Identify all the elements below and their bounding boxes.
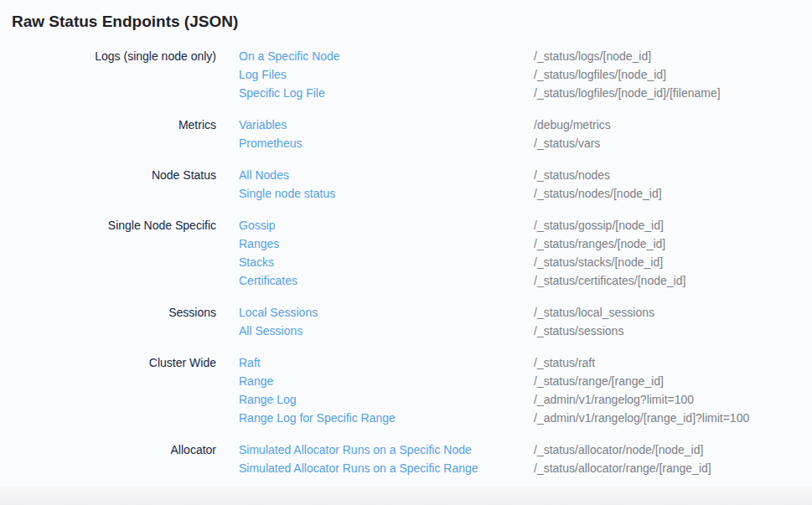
endpoint-link[interactable]: Ranges <box>239 237 279 250</box>
endpoint-path: /_status/allocator/range/[range_id] <box>534 459 800 477</box>
endpoint-link[interactable]: All Nodes <box>239 168 289 182</box>
endpoint-path: /_status/sessions <box>534 322 800 340</box>
endpoint-path: /_status/gossip/[node_id] <box>534 216 800 234</box>
endpoint-link[interactable]: Prometheus <box>239 137 302 150</box>
endpoint-link-cell: All Sessions <box>239 322 534 340</box>
endpoint-row: AllocatorSimulated Allocator Runs on a S… <box>12 441 800 459</box>
endpoint-link-cell: Prometheus <box>239 134 534 152</box>
endpoint-link[interactable]: Range Log for Specific Range <box>239 411 396 425</box>
endpoint-row: Single Node SpecificGossip/_status/gossi… <box>12 216 800 234</box>
endpoint-path: /_status/vars <box>534 134 800 152</box>
endpoint-row: Logs (single node only)On a Specific Nod… <box>12 47 800 65</box>
endpoint-row: Range Log/_admin/v1/rangelog?limit=100 <box>12 390 800 409</box>
endpoint-link[interactable]: Variables <box>239 118 287 131</box>
endpoint-link[interactable]: Certificates <box>239 274 297 287</box>
endpoints-page: Raw Status Endpoints (JSON) Logs (single… <box>0 0 812 477</box>
endpoint-row: Prometheus/_status/vars <box>12 134 800 152</box>
endpoint-path: /_admin/v1/rangelog/[range_id]?limit=100 <box>534 409 800 427</box>
endpoint-row: Cluster WideRaft/_status/raft <box>12 353 800 372</box>
endpoint-row: Single node status/_status/nodes/[node_i… <box>12 184 800 203</box>
endpoint-row: Range Log for Specific Range/_admin/v1/r… <box>12 409 800 427</box>
endpoint-path: /_status/nodes/[node_id] <box>534 184 800 203</box>
endpoint-link[interactable]: Simulated Allocator Runs on a Specific N… <box>239 443 472 456</box>
endpoint-link[interactable]: Specific Log File <box>239 86 325 100</box>
endpoint-path: /_status/ranges/[node_id] <box>534 234 800 253</box>
endpoint-link-cell: Log Files <box>239 65 534 84</box>
endpoint-category-label: Sessions <box>12 303 216 322</box>
endpoint-row: SessionsLocal Sessions/_status/local_ses… <box>12 303 800 322</box>
endpoint-link[interactable]: Raft <box>239 356 261 369</box>
endpoint-link-cell: Raft <box>239 353 534 372</box>
endpoint-groups: Logs (single node only)On a Specific Nod… <box>12 47 800 477</box>
endpoint-link[interactable]: Range <box>239 374 273 388</box>
page-footer-strip <box>0 487 812 505</box>
endpoint-row: Range/_status/range/[range_id] <box>12 372 800 390</box>
endpoint-link[interactable]: On a Specific Node <box>239 49 340 63</box>
endpoint-link[interactable]: All Sessions <box>239 324 303 338</box>
endpoint-link-cell: Range Log for Specific Range <box>239 409 534 427</box>
endpoint-link-cell: Certificates <box>239 271 534 290</box>
endpoint-path: /_status/logfiles/[node_id] <box>534 65 800 84</box>
endpoint-path: /_status/nodes <box>534 166 800 184</box>
endpoint-link[interactable]: Stacks <box>239 255 274 269</box>
endpoint-link-cell: Ranges <box>239 234 534 253</box>
endpoint-link-cell: Stacks <box>239 253 534 271</box>
endpoint-category-label: Allocator <box>12 441 216 459</box>
endpoint-path: /debug/metrics <box>534 116 800 134</box>
endpoint-row: MetricsVariables/debug/metrics <box>12 116 800 134</box>
endpoint-row: Ranges/_status/ranges/[node_id] <box>12 234 800 253</box>
endpoint-category-label: Logs (single node only) <box>12 47 216 65</box>
endpoint-link[interactable]: Local Sessions <box>239 306 318 319</box>
endpoint-row: Stacks/_status/stacks/[node_id] <box>12 253 800 271</box>
endpoint-link[interactable]: Simulated Allocator Runs on a Specific R… <box>239 461 478 475</box>
endpoint-path: /_status/stacks/[node_id] <box>534 253 800 271</box>
endpoint-path: /_status/certificates/[node_id] <box>534 271 800 290</box>
endpoint-row: Certificates/_status/certificates/[node_… <box>12 271 800 290</box>
endpoint-link-cell: Variables <box>239 116 534 134</box>
endpoint-link[interactable]: Log Files <box>239 68 287 81</box>
endpoint-row: All Sessions/_status/sessions <box>12 322 800 340</box>
endpoint-link-cell: Single node status <box>239 184 534 203</box>
endpoint-row: Log Files/_status/logfiles/[node_id] <box>12 65 800 84</box>
endpoint-link-cell: Local Sessions <box>239 303 534 322</box>
endpoint-link-cell: Gossip <box>239 216 534 234</box>
endpoint-link-cell: Simulated Allocator Runs on a Specific N… <box>239 441 534 459</box>
endpoint-path: /_status/logfiles/[node_id]/[filename] <box>534 84 800 102</box>
endpoint-path: /_status/local_sessions <box>534 303 800 322</box>
endpoint-path: /_status/allocator/node/[node_id] <box>534 441 800 459</box>
endpoint-row: Simulated Allocator Runs on a Specific R… <box>12 459 800 477</box>
endpoint-link-cell: All Nodes <box>239 166 534 184</box>
endpoint-category-label: Single Node Specific <box>12 216 216 234</box>
endpoint-link-cell: On a Specific Node <box>239 47 534 65</box>
endpoint-row: Specific Log File/_status/logfiles/[node… <box>12 84 800 102</box>
endpoint-group: MetricsVariables/debug/metricsPrometheus… <box>12 116 800 152</box>
endpoint-group: Logs (single node only)On a Specific Nod… <box>12 47 800 102</box>
endpoint-group: Single Node SpecificGossip/_status/gossi… <box>12 216 800 290</box>
endpoint-row: Node StatusAll Nodes/_status/nodes <box>12 166 800 184</box>
endpoint-group: Cluster WideRaft/_status/raftRange/_stat… <box>12 353 800 427</box>
endpoint-group: AllocatorSimulated Allocator Runs on a S… <box>12 441 800 477</box>
endpoint-link[interactable]: Gossip <box>239 219 276 232</box>
endpoint-link[interactable]: Range Log <box>239 393 297 406</box>
endpoint-category-label: Metrics <box>12 116 216 134</box>
endpoint-link-cell: Range Log <box>239 390 534 409</box>
page-title: Raw Status Endpoints (JSON) <box>12 11 800 33</box>
endpoint-link-cell: Specific Log File <box>239 84 534 102</box>
endpoint-path: /_status/raft <box>534 353 800 372</box>
endpoint-path: /_admin/v1/rangelog?limit=100 <box>534 390 800 409</box>
endpoint-link-cell: Range <box>239 372 534 390</box>
endpoint-category-label: Node Status <box>12 166 216 184</box>
endpoint-path: /_status/range/[range_id] <box>534 372 800 390</box>
endpoint-group: Node StatusAll Nodes/_status/nodesSingle… <box>12 166 800 203</box>
endpoint-category-label: Cluster Wide <box>12 353 216 372</box>
endpoint-link[interactable]: Single node status <box>239 187 335 200</box>
endpoint-group: SessionsLocal Sessions/_status/local_ses… <box>12 303 800 340</box>
endpoint-link-cell: Simulated Allocator Runs on a Specific R… <box>239 459 534 477</box>
endpoint-path: /_status/logs/[node_id] <box>534 47 800 65</box>
